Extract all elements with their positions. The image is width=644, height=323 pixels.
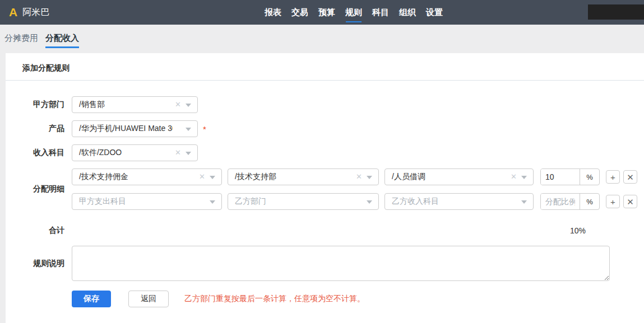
ratio-input-group: % <box>540 193 600 210</box>
brand[interactable]: A 阿米巴 <box>9 0 49 25</box>
income-subject-label: 收入科目 <box>6 148 64 158</box>
party-a-dept-value: /销售部 <box>79 100 105 110</box>
total-label: 合计 <box>6 226 64 236</box>
description-textarea[interactable] <box>72 246 610 281</box>
add-rule-form: 甲方部门 /销售部 ✕ 产品 /华为手机/HUAWEI Mate 30 * 收入… <box>6 81 644 307</box>
back-button[interactable]: 返回 <box>128 291 169 307</box>
clear-icon[interactable]: ✕ <box>175 149 181 156</box>
detail-row: /技术支持佣金 ✕ /技术支持部 ✕ /人员借调 ✕ <box>72 168 637 185</box>
caret-down-icon <box>210 200 215 204</box>
party-a-expense-subject-select[interactable]: 甲方支出科目 <box>72 193 222 210</box>
tab-allocate-expense[interactable]: 分摊费用 <box>4 33 38 48</box>
nav-item-reports[interactable]: 报表 <box>265 6 281 20</box>
clear-icon[interactable]: ✕ <box>511 173 517 180</box>
app-logo-icon: A <box>9 6 17 19</box>
total-row: 合计 10% <box>6 226 644 236</box>
nav-item-rules[interactable]: 规则 <box>345 6 362 20</box>
clear-icon[interactable]: ✕ <box>356 173 362 180</box>
percent-addon: % <box>580 194 599 209</box>
product-label: 产品 <box>6 124 64 134</box>
party-b-income-subject-select[interactable]: /人员借调 ✕ <box>384 168 534 185</box>
caret-down-icon <box>186 104 191 107</box>
main-nav: 报表 交易 预算 规则 科目 组织 设置 <box>265 0 443 25</box>
income-subject-select[interactable]: /软件/ZDOO ✕ <box>72 144 198 161</box>
caret-down-icon <box>186 152 191 155</box>
caret-down-icon <box>210 176 215 179</box>
description-row: 规则说明 <box>6 246 644 281</box>
party-a-dept-select[interactable]: /销售部 ✕ <box>72 96 198 113</box>
required-asterisk: * <box>203 124 206 134</box>
total-value: 10% <box>72 226 586 235</box>
ratio-input[interactable] <box>541 169 580 185</box>
product-select[interactable]: /华为手机/HUAWEI Mate 30 <box>72 120 198 137</box>
product-value: /华为手机/HUAWEI Mate 30 <box>79 124 173 134</box>
party-b-income-subject-select[interactable]: 乙方收入科目 <box>384 193 534 210</box>
nav-item-settings[interactable]: 设置 <box>426 6 443 20</box>
party-b-income-subject-placeholder: 乙方收入科目 <box>392 196 439 207</box>
party-b-dept-select[interactable]: 乙方部门 <box>228 193 379 210</box>
expense-subject-placeholder: 甲方支出科目 <box>79 196 126 207</box>
clear-icon[interactable]: ✕ <box>175 101 181 108</box>
nav-item-trades[interactable]: 交易 <box>291 6 308 20</box>
topbar-search-box[interactable] <box>588 4 644 20</box>
detail-block: 分配明细 /技术支持佣金 ✕ /技术支持部 ✕ /人员借调 <box>6 168 644 210</box>
clear-icon[interactable]: ✕ <box>199 173 205 180</box>
caret-down-icon <box>521 176 527 179</box>
income-subject-row: 收入科目 /软件/ZDOO ✕ <box>6 144 644 161</box>
detail-label: 分配明细 <box>6 184 64 194</box>
nav-item-budget[interactable]: 预算 <box>318 6 335 20</box>
warning-note: 乙方部门重复按最后一条计算，任意项为空不计算。 <box>184 294 365 304</box>
party-a-dept-label: 甲方部门 <box>6 100 64 110</box>
form-actions: 保存 返回 乙方部门重复按最后一条计算，任意项为空不计算。 <box>72 291 644 307</box>
sub-tab-bar: 分摊费用 分配收入 <box>0 25 644 53</box>
app-title: 阿米巴 <box>22 7 49 18</box>
caret-down-icon <box>367 200 372 204</box>
party-b-income-subject-value: /人员借调 <box>392 172 425 182</box>
party-b-dept-placeholder: 乙方部门 <box>235 196 266 207</box>
ratio-input-group: % <box>540 168 600 185</box>
remove-row-button[interactable]: ✕ <box>623 195 637 208</box>
add-row-button[interactable]: + <box>606 195 620 208</box>
content-panel: 添加分配规则 甲方部门 /销售部 ✕ 产品 /华为手机/HUAWEI Mate … <box>6 53 644 323</box>
top-bar: A 阿米巴 报表 交易 预算 规则 科目 组织 设置 <box>0 0 644 25</box>
tab-distribute-income[interactable]: 分配收入 <box>45 33 79 48</box>
party-b-dept-value: /技术支持部 <box>235 172 276 182</box>
income-subject-value: /软件/ZDOO <box>79 148 122 158</box>
party-a-dept-row: 甲方部门 /销售部 ✕ <box>6 96 644 113</box>
description-label: 规则说明 <box>6 259 64 269</box>
nav-item-organization[interactable]: 组织 <box>399 6 416 20</box>
product-row: 产品 /华为手机/HUAWEI Mate 30 * <box>6 120 644 137</box>
caret-down-icon <box>521 200 527 204</box>
percent-addon: % <box>580 169 599 185</box>
party-b-dept-select[interactable]: /技术支持部 ✕ <box>228 168 379 185</box>
ratio-input[interactable] <box>541 194 580 209</box>
caret-down-icon <box>186 128 191 131</box>
save-button[interactable]: 保存 <box>72 291 111 307</box>
party-a-expense-subject-select[interactable]: /技术支持佣金 ✕ <box>72 168 222 185</box>
add-row-button[interactable]: + <box>606 170 620 184</box>
expense-subject-value: /技术支持佣金 <box>79 172 128 182</box>
caret-down-icon <box>367 176 372 179</box>
detail-row: 甲方支出科目 乙方部门 乙方收入科目 % + <box>72 193 637 210</box>
nav-item-subjects[interactable]: 科目 <box>372 6 389 20</box>
page-title: 添加分配规则 <box>6 53 644 81</box>
detail-rows: /技术支持佣金 ✕ /技术支持部 ✕ /人员借调 ✕ <box>72 168 637 210</box>
remove-row-button[interactable]: ✕ <box>623 170 637 184</box>
